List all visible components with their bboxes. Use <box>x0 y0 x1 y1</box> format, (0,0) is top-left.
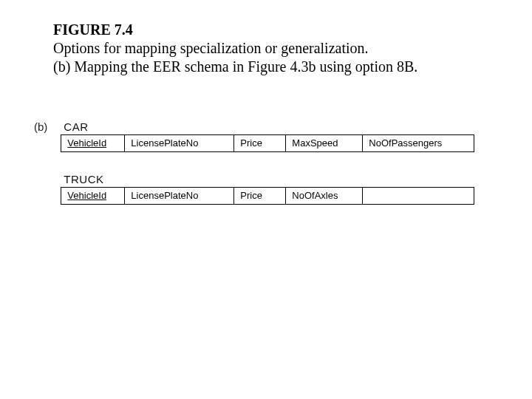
figure-number: FIGURE 7.4 <box>53 21 532 39</box>
schema-diagram: (b) CAR VehicleId LicensePlateNo Price M… <box>0 76 532 225</box>
truck-col-price: Price <box>234 188 286 204</box>
figure-title: Options for mapping specialization or ge… <box>53 39 532 58</box>
schema-car: CAR VehicleId LicensePlateNo Price MaxSp… <box>61 120 474 152</box>
car-col-vehicleid: VehicleId <box>67 137 106 149</box>
schema-truck-name: TRUCK <box>64 173 474 185</box>
car-col-licenseplate: LicensePlateNo <box>125 135 234 151</box>
figure-heading: FIGURE 7.4 Options for mapping specializ… <box>0 0 532 76</box>
schema-car-row: VehicleId LicensePlateNo Price MaxSpeed … <box>61 134 474 152</box>
schema-car-name: CAR <box>64 120 474 133</box>
car-col-price: Price <box>234 135 286 151</box>
schema-truck: TRUCK VehicleId LicensePlateNo Price NoO… <box>61 173 474 205</box>
subfigure-label: (b) <box>34 120 47 133</box>
truck-col-empty <box>363 188 474 204</box>
car-col-passengers: NoOfPassengers <box>363 135 474 151</box>
car-col-maxspeed: MaxSpeed <box>286 135 363 151</box>
truck-col-axles: NoOfAxles <box>286 188 363 204</box>
schema-truck-row: VehicleId LicensePlateNo Price NoOfAxles <box>61 187 474 205</box>
figure-subtitle: (b) Mapping the EER schema in Figure 4.3… <box>53 58 532 76</box>
truck-col-vehicleid: VehicleId <box>67 190 106 201</box>
truck-col-licenseplate: LicensePlateNo <box>125 188 234 204</box>
